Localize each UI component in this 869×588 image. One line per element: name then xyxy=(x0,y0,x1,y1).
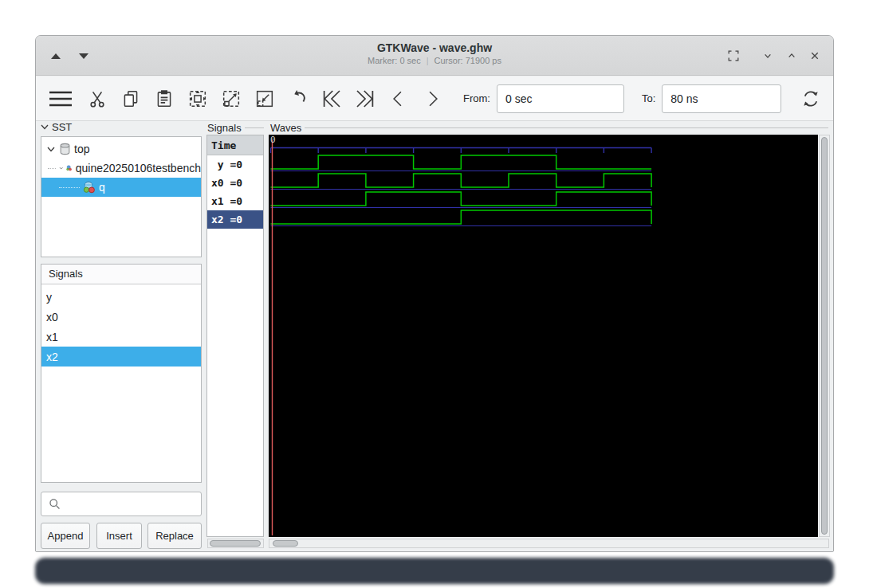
replace-button[interactable]: Replace xyxy=(147,523,202,549)
list-item-x0[interactable]: x0 xyxy=(41,307,201,327)
tree-item-label: quine20250106testbench xyxy=(76,162,201,174)
fullscreen-icon xyxy=(725,48,741,64)
spheres-icon xyxy=(66,162,72,174)
copy-button[interactable] xyxy=(117,85,144,112)
signals-list-header: Signals xyxy=(41,265,201,284)
toolbar: From: To: xyxy=(36,76,833,121)
wave-vertical-scrollbar[interactable] xyxy=(819,135,830,537)
zoom-out-icon xyxy=(254,88,276,110)
fullscreen-button[interactable] xyxy=(725,47,742,65)
list-item-label: x0 xyxy=(46,311,58,323)
zoom-fit-icon xyxy=(187,88,209,110)
value-row-x0[interactable]: x0 =0 xyxy=(207,174,263,192)
list-item-x1[interactable]: x1 xyxy=(41,327,201,347)
from-label: From: xyxy=(463,92,490,104)
to-input[interactable] xyxy=(662,84,781,113)
cut-button[interactable] xyxy=(84,85,111,112)
copy-icon xyxy=(120,88,141,109)
window-subtitle: Marker: 0 sec|Cursor: 71900 ps xyxy=(36,55,833,67)
paste-button[interactable] xyxy=(151,85,178,112)
from-input[interactable] xyxy=(497,84,624,113)
chevron-down-icon xyxy=(59,163,63,173)
wave-canvas xyxy=(269,135,818,537)
titlebar-text: GTKWave - wave.ghw Marker: 0 sec|Cursor:… xyxy=(36,41,833,67)
signal-search-box[interactable] xyxy=(41,492,202,516)
window-shadow xyxy=(35,558,834,584)
list-item-label: y xyxy=(46,291,52,304)
cut-icon xyxy=(87,88,108,109)
frame-line xyxy=(245,127,264,128)
titlebar[interactable]: GTKWave - wave.ghw Marker: 0 sec|Cursor:… xyxy=(36,36,833,76)
tree-item-top[interactable]: top xyxy=(41,139,201,159)
sst-label: SST xyxy=(52,121,72,133)
scrollbar-thumb[interactable] xyxy=(210,540,261,547)
zoom-in-icon xyxy=(220,88,242,110)
value-row-y[interactable]: y =0 xyxy=(207,155,263,174)
wave-horizontal-scrollbar[interactable] xyxy=(269,539,829,548)
scrollbar-thumb[interactable] xyxy=(821,137,828,535)
hamburger-menu-button[interactable] xyxy=(44,85,77,112)
zoom-out-button[interactable] xyxy=(251,85,278,112)
value-row-x2[interactable]: x2 =0 xyxy=(207,210,263,229)
chevron-up-icon xyxy=(784,48,800,64)
screenshot-stage: GTKWave - wave.ghw Marker: 0 sec|Cursor:… xyxy=(0,0,869,588)
time-header[interactable]: Time xyxy=(207,135,263,155)
values-frame-label-text: Signals xyxy=(207,122,242,134)
scrollbar-thumb[interactable] xyxy=(273,540,298,547)
close-button[interactable] xyxy=(806,47,824,65)
sst-tree-panel: top quine20250106testbench xyxy=(41,136,202,257)
chevron-right-icon xyxy=(421,88,443,110)
append-button[interactable]: Append xyxy=(41,523,90,549)
chevron-down-icon xyxy=(40,122,49,131)
reload-button[interactable] xyxy=(797,85,824,112)
zoom-fit-button[interactable] xyxy=(184,85,211,112)
list-item-label: x2 xyxy=(46,351,58,363)
spheres-icon xyxy=(83,181,96,194)
minimize-button[interactable] xyxy=(759,47,777,65)
tree-item-testbench[interactable]: quine20250106testbench xyxy=(41,159,201,178)
marker-status: Marker: 0 sec xyxy=(368,56,421,65)
goto-end-icon xyxy=(353,87,377,111)
list-item-y[interactable]: y xyxy=(41,287,201,307)
waves-frame-label: Waves xyxy=(270,122,828,134)
values-frame-label: Signals xyxy=(207,122,264,134)
values-horizontal-scrollbar[interactable] xyxy=(207,539,264,548)
main-content: SST top xyxy=(36,121,833,552)
maximize-button[interactable] xyxy=(783,47,800,65)
wave-display[interactable]: 0 xyxy=(269,135,818,537)
gtkwave-window: GTKWave - wave.ghw Marker: 0 sec|Cursor:… xyxy=(35,35,834,552)
undo-button[interactable] xyxy=(285,85,312,112)
signal-search-list-panel: Signals y x0 x1 x2 xyxy=(41,264,202,483)
tree-connector xyxy=(59,187,80,188)
value-row-x1[interactable]: x1 =0 xyxy=(207,192,263,210)
tree-item-label: q xyxy=(99,181,105,194)
shift-left-button[interactable] xyxy=(385,85,412,112)
paste-icon xyxy=(154,88,175,109)
append-button-label: Append xyxy=(48,530,84,542)
chevron-down-icon xyxy=(760,48,776,64)
undo-icon xyxy=(287,88,309,110)
sst-header[interactable]: SST xyxy=(40,120,72,134)
shift-right-button[interactable] xyxy=(419,85,446,112)
reload-icon xyxy=(800,88,822,110)
cylinder-icon xyxy=(59,143,71,155)
tree-item-q[interactable]: q xyxy=(41,178,201,197)
insert-button[interactable]: Insert xyxy=(96,523,142,549)
chevron-down-icon xyxy=(46,144,56,154)
goto-end-button[interactable] xyxy=(352,85,379,112)
search-icon xyxy=(48,497,61,511)
wave-origin-label: 0 xyxy=(270,135,276,145)
to-label: To: xyxy=(642,92,655,104)
list-item-label: x1 xyxy=(46,331,58,343)
frame-line xyxy=(305,127,828,128)
tree-connector xyxy=(48,168,56,169)
cursor-status: Cursor: 71900 ps xyxy=(434,56,501,65)
list-item-x2[interactable]: x2 xyxy=(41,347,201,367)
signal-values-panel: Time y =0 x0 =0 x1 =0 x2 =0 xyxy=(206,135,264,537)
zoom-in-button[interactable] xyxy=(218,85,245,112)
insert-button-label: Insert xyxy=(106,530,132,542)
goto-start-button[interactable] xyxy=(318,85,345,112)
hamburger-menu-icon xyxy=(47,88,74,109)
waves-frame-label-text: Waves xyxy=(270,122,301,134)
window-title: GTKWave - wave.ghw xyxy=(36,41,833,55)
